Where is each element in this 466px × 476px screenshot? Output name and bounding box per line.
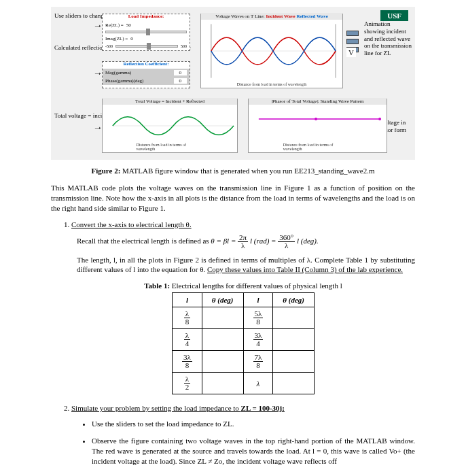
step-title: Convert the x-axis to electrical length … [71,220,192,228]
arrow-icon: → [93,122,103,133]
x-axis-label: Distance from load in terms of wavelengt… [137,143,204,151]
table-row: λ43λ4 [172,329,314,351]
table-header: θ (deg) [273,293,315,307]
table-row: 3λ87λ8 [172,351,314,373]
panel-title: Voltage Waves on T Line: Incident Wave R… [201,13,342,20]
wave-plot [201,14,342,88]
table-header: l [243,293,273,307]
field-value: 0 [174,70,187,75]
scale-max: 500 [181,44,187,48]
step-2: Simulate your problem by setting the loa… [71,404,415,466]
wave-legend [346,31,463,52]
svg-point-5 [315,118,317,120]
slider-value: 50 [126,22,131,28]
panel-total-voltage: Total Voltage = Incident + Reflected Dis… [102,99,238,153]
svg-point-6 [378,118,381,120]
bullet-item: Observe the figure containing two voltag… [92,436,415,466]
panel-reflection-coeff: Reflection Coefficient: Mag(gamma) 0 Pha… [102,61,190,88]
slider-track[interactable] [115,45,178,48]
slider-value: 0 [130,36,133,41]
panel-title: Total Voltage = Incident + Reflected [103,98,237,105]
slider-imag-zl[interactable]: Imag(ZL) = 0 [103,35,190,43]
table-header: l [172,293,202,307]
matlab-figure-window: USF Use sliders to change the load imped… [51,7,415,160]
panel-load-impedance: Load Impedance: Re(ZL) = 50 Imag(ZL) = 0… [102,14,190,51]
table-header: θ (deg) [202,293,243,307]
slider-track[interactable] [105,31,187,33]
field-label: Phase(gamma)(deg) [105,78,143,84]
step-1-para-2: The length, l, in all the plots in Figur… [77,255,415,275]
v-label: V [346,48,356,57]
panel-title: Reflection Coefficient: [103,61,190,67]
table-row: λ2λ [172,373,314,394]
slider-label: Imag(ZL) = [105,36,128,41]
field-label: Mag(gamma) [105,70,131,75]
intro-paragraph: This MATLAB code plots the voltage waves… [51,183,415,214]
slider-label: Re(ZL) = [105,22,124,28]
step-title: Simulate your problem by setting the loa… [71,404,285,412]
table-caption: Table 1: Electrical lengths for differen… [71,282,415,290]
table-row: λ85λ8 [172,307,314,329]
step-1-para-1: Recall that the electrical length is def… [77,234,415,250]
scale-min: -500 [105,44,113,48]
panel-title: Load Impedance: [103,13,190,20]
x-axis-label: Distance from load in terms of wavelengt… [283,143,353,151]
arrow-icon: → [93,68,103,79]
figure-caption: Figure 2: MATLAB figure window that is g… [51,167,415,175]
bullet-item: Use the sliders to set the load impedanc… [92,419,415,429]
usf-logo: USF [380,10,408,21]
x-axis-label: Distance from load in terms of wavelengt… [237,82,307,86]
arrow-icon: → [93,20,103,31]
panel-voltage-waves: Voltage Waves on T Line: Incident Wave R… [200,14,343,88]
panel-phasor: |Phasor of Total Voltage|: Standing Wave… [248,99,387,153]
table-header-row: l θ (deg) l θ (deg) [172,293,314,307]
panel-title: |Phasor of Total Voltage|: Standing Wave… [249,98,387,105]
step-1: Convert the x-axis to electrical length … [71,220,415,395]
field-value: 0 [174,78,187,84]
table-1: l θ (deg) l θ (deg) λ85λ8λ43λ43λ87λ8λ2λ [172,292,315,394]
